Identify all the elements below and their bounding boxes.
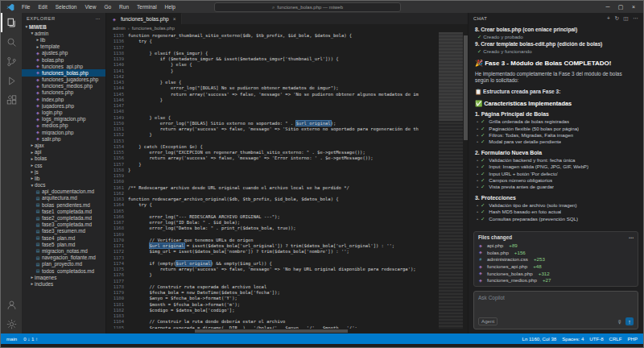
- history-icon[interactable]: ↻: [614, 15, 619, 22]
- explorer-more-icon[interactable]: ⋯: [96, 16, 101, 21]
- tree-file-login-php[interactable]: ◈login.php: [22, 109, 105, 115]
- chat-input-box[interactable]: Ask Copilot Agent 🎙 ↑: [473, 291, 638, 329]
- command-center[interactable]: ⌕ funciones_bolas.php — miweb: [214, 2, 401, 12]
- close-icon[interactable]: ×: [627, 4, 640, 10]
- status-item[interactable]: UTF-8: [589, 336, 603, 342]
- status-item[interactable]: main: [6, 336, 17, 342]
- tree-file-migracion_notas-md[interactable]: ▤migracion_notas.md: [22, 247, 105, 254]
- status-item[interactable]: PHP: [627, 336, 638, 342]
- menu-go[interactable]: Go: [101, 3, 114, 10]
- tree-file-fase2_completada-md[interactable]: ▤fase2_completada.md: [22, 214, 105, 221]
- horizontal-scrollbar[interactable]: [106, 329, 468, 334]
- source-control-icon[interactable]: [1, 52, 22, 71]
- settings-icon[interactable]: [1, 314, 22, 334]
- menu-selection[interactable]: Selection: [52, 3, 80, 10]
- menu-edit[interactable]: Edit: [35, 3, 50, 10]
- tree-file-funciones_medios-php[interactable]: ◈funciones_medios.php: [22, 83, 105, 89]
- breadcrumb[interactable]: admin›funciones_bolas.php: [106, 24, 468, 32]
- bullet-dot-icon: •: [477, 157, 478, 164]
- tree-file-bolas-php[interactable]: ◈bolas.php: [22, 56, 105, 63]
- menu-help[interactable]: Help: [162, 3, 179, 10]
- status-item[interactable]: 0 ↓ 1 ↑: [23, 336, 38, 342]
- tree-folder-admin[interactable]: ▾admin: [22, 30, 105, 36]
- chat-mode-selector[interactable]: Agent: [478, 317, 497, 325]
- tree-file-navegacion_flotante-md[interactable]: ▤navegacion_flotante.md: [22, 255, 105, 261]
- tree-file-api_documentacion-md[interactable]: ▤api_documentacion.md: [22, 188, 105, 195]
- tree-folder-imagenes[interactable]: ▸imagenes: [22, 274, 105, 280]
- tab-funciones-bolas[interactable]: ◈ funciones_bolas.php ×: [106, 13, 182, 24]
- code-lines[interactable]: 1135function regenerar_thumbnail_sitio_e…: [106, 32, 439, 329]
- send-icon[interactable]: ↑: [625, 317, 634, 325]
- tree-folder-js[interactable]: ▸js: [22, 168, 105, 175]
- tree-file-arquitectura-md[interactable]: ▤arquitectura.md: [22, 195, 105, 201]
- run-debug-icon[interactable]: [1, 71, 22, 90]
- tree-file-funciones_api-php[interactable]: ◈funciones_api.php: [22, 63, 105, 69]
- tree-folder-docs[interactable]: ▾docs: [22, 182, 105, 188]
- add-icon[interactable]: +: [607, 15, 610, 22]
- tree-folder-api[interactable]: ▸api: [22, 149, 105, 155]
- changed-file-row[interactable]: #administracion.css+253: [478, 256, 634, 263]
- status-item[interactable]: CRLF: [609, 336, 622, 342]
- tree-file-ajustes-php[interactable]: ◈ajustes.php: [22, 50, 105, 56]
- menu-file[interactable]: File: [19, 3, 33, 10]
- changed-file-row[interactable]: ◈funciones_api.php+48: [478, 263, 634, 270]
- tree-file-fase5_plan-md[interactable]: ▤fase5_plan.md: [22, 241, 105, 247]
- tree-folder-lib[interactable]: ▸lib: [22, 175, 105, 181]
- chat-step-title: 9. Crear template bolas-edit.php (edició…: [475, 41, 637, 48]
- more-icon[interactable]: ⋯: [633, 15, 638, 22]
- code-line: 1143 } else {: [106, 80, 439, 85]
- tree-folder-bolas[interactable]: ▸bolas: [22, 155, 105, 162]
- tree-file-index-php[interactable]: ◈index.php: [22, 96, 105, 102]
- changed-file-row[interactable]: ◈bolas.php+156: [478, 249, 634, 256]
- tree-folder-template[interactable]: ▸template: [22, 44, 105, 50]
- tree-folder-ajax[interactable]: ▸ajax: [22, 142, 105, 148]
- explorer-icon[interactable]: [1, 13, 22, 32]
- breadcrumb-item[interactable]: funciones_bolas.php: [132, 26, 175, 31]
- tree-file-funciones-php[interactable]: ◈funciones.php: [22, 89, 105, 96]
- tree-file-bolas_pendientes-md[interactable]: ▤bolas_pendientes.md: [22, 201, 105, 208]
- tree-folder-includes[interactable]: ▸includes: [22, 280, 105, 287]
- mic-icon[interactable]: 🎙: [617, 319, 622, 325]
- minimap[interactable]: [439, 32, 463, 329]
- maximize-icon[interactable]: ▢: [614, 4, 627, 10]
- search-icon[interactable]: [1, 32, 22, 52]
- tree-folder-css[interactable]: ▸css: [22, 162, 105, 168]
- status-item[interactable]: Spaces: 4: [562, 336, 584, 342]
- tree-folder-lib[interactable]: ▸lib: [22, 36, 105, 43]
- files-changed-card[interactable]: Files changed ⋯ ◈api.php+89◈bolas.php+15…: [473, 231, 638, 287]
- tree-file-fase1_completada-md[interactable]: ▤fase1_completada.md: [22, 208, 105, 214]
- tree-file-fase3_resumen-md[interactable]: ▤fase3_resumen.md: [22, 228, 105, 234]
- layout-icon[interactable]: ◫: [623, 15, 629, 22]
- status-item[interactable]: Ln 1160, Col 38: [522, 336, 557, 342]
- extensions-icon[interactable]: [1, 90, 22, 110]
- tree-file-fase3_completada-md[interactable]: ▤fase3_completada.md: [22, 222, 105, 228]
- code-text: } else {: [128, 80, 181, 85]
- tree-file-funciones_bolas-php[interactable]: ◈funciones_bolas.php: [22, 69, 105, 76]
- minimize-icon[interactable]: ─: [601, 4, 614, 10]
- tree-file-funciones_jugadores-php[interactable]: ◈funciones_jugadores.php: [22, 77, 105, 83]
- window-controls: ─▢×: [601, 4, 640, 10]
- menu-view[interactable]: View: [81, 3, 99, 10]
- menu-terminal[interactable]: Terminal: [134, 3, 160, 10]
- tree-file-medios-php[interactable]: ◈medios.php: [22, 122, 105, 129]
- account-icon[interactable]: [1, 295, 22, 314]
- changed-file-row[interactable]: ◈funciones_bolas.php+312: [478, 270, 634, 277]
- tree-file-jugadores-php[interactable]: ◈jugadores.php: [22, 102, 105, 109]
- files-changed-more-icon[interactable]: ⋯: [629, 234, 634, 240]
- tab-close-icon[interactable]: ×: [173, 16, 176, 22]
- tree-file-fase4_plan-md[interactable]: ▤fase4_plan.md: [22, 234, 105, 241]
- tree-root[interactable]: ▾MIWEB: [22, 23, 105, 30]
- tree-file-salir-php[interactable]: ◈salir.php: [22, 135, 105, 142]
- chat-panel: CHAT +↻◫⋯ 8. Crear bolas.php (con enlace…: [468, 13, 643, 334]
- tree-file-migracion-php[interactable]: ◈migracion.php: [22, 129, 105, 135]
- vertical-scrollbar[interactable]: [464, 32, 468, 329]
- tree-file-todos_completados-md[interactable]: ▤todos_completados.md: [22, 267, 105, 274]
- changed-file-row[interactable]: ◈api.php+89: [478, 242, 634, 249]
- menu-run[interactable]: Run: [116, 3, 132, 10]
- tree-file-plan_proyecto-md[interactable]: ▤plan_proyecto.md: [22, 261, 105, 267]
- tree-file-logs_migracion-php[interactable]: ◈logs_migracion.php: [22, 116, 105, 122]
- code-area: 1135function regenerar_thumbnail_sitio_e…: [106, 32, 468, 329]
- breadcrumb-item[interactable]: admin: [113, 26, 126, 31]
- code-line: 1151 return array('success' => false, 'm…: [106, 126, 439, 132]
- changed-file-row[interactable]: ◈funciones_medios.php+27: [478, 276, 634, 284]
